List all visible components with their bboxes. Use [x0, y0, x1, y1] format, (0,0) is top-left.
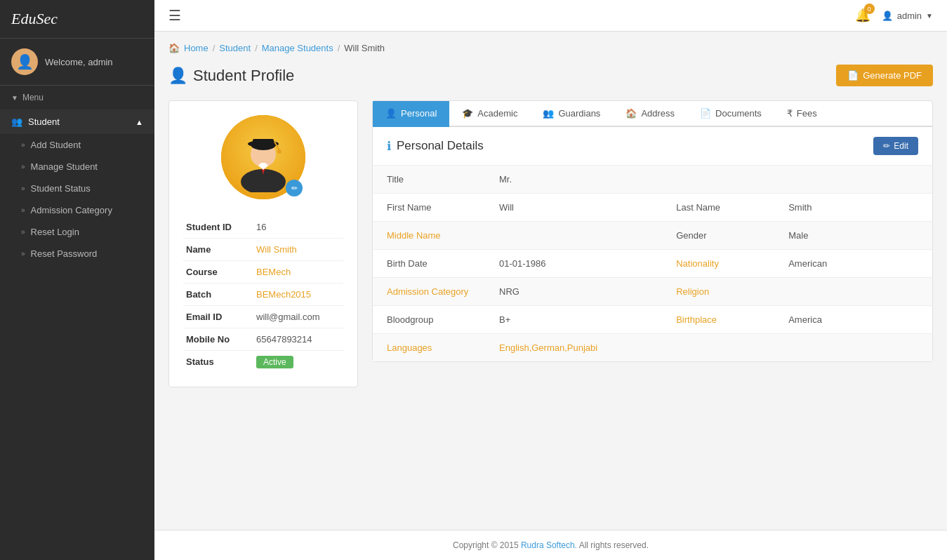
field-label2: Religion: [662, 278, 774, 306]
field-value: Mr.: [485, 166, 932, 194]
field-value: NRG: [485, 278, 662, 306]
generate-pdf-button[interactable]: 📄 Generate PDF: [836, 65, 933, 86]
field-label2: Birthplace: [662, 306, 774, 334]
student-section[interactable]: 👥 Student ▲: [0, 109, 154, 134]
tab-label-personal: Personal: [401, 108, 437, 119]
id-label: Student ID: [183, 216, 253, 239]
main-content: 🏠 Home / Student / Manage Students / Wil…: [154, 32, 947, 530]
sep1: /: [213, 43, 216, 53]
tab-documents[interactable]: 📄Documents: [687, 101, 774, 127]
course-label: Course: [183, 261, 253, 284]
edit-avatar-button[interactable]: ✏: [286, 180, 303, 196]
field-label: Bloodgroup: [373, 306, 485, 334]
breadcrumb-manage[interactable]: Manage Students: [262, 43, 333, 53]
tab-address[interactable]: 🏠Address: [613, 101, 687, 127]
table-row: Birth Date 01-01-1986 Nationality Americ…: [373, 250, 932, 278]
tab-label-academic: Academic: [477, 108, 517, 119]
field-label: Title: [373, 166, 485, 194]
welcome-text: Welcome, admin: [45, 57, 113, 67]
info-icon: ℹ: [387, 139, 391, 154]
notification-badge: 0: [864, 4, 875, 14]
edit-button[interactable]: ✏ Edit: [873, 137, 918, 155]
sidebar-item-admission-category[interactable]: »Admission Category: [0, 199, 154, 221]
field-label2: Nationality: [662, 250, 774, 278]
batch-label: Batch: [183, 284, 253, 306]
sidebar-item-label: Student Status: [31, 183, 91, 194]
tab-label-address: Address: [641, 108, 675, 119]
main-wrapper: ☰ 🔔 0 👤 admin ▼ 🏠 Home / Student / Manag…: [154, 0, 947, 560]
hamburger-icon[interactable]: ☰: [168, 7, 181, 24]
tab-personal[interactable]: 👤Personal: [373, 101, 449, 127]
graduation-svg: [232, 122, 295, 192]
edit-label: Edit: [894, 141, 908, 151]
users-icon: 👥: [11, 116, 22, 127]
field-label: Birth Date: [373, 250, 485, 278]
personal-details-table: Title Mr. First Name Will Last Name Smit…: [373, 166, 932, 361]
tab-guardians[interactable]: 👥Guardians: [530, 101, 613, 127]
page-title-text: Student Profile: [193, 67, 294, 85]
svg-rect-4: [253, 139, 274, 145]
student-left-card: ✏ Student ID 16 Name Will Smith Course B…: [168, 100, 358, 387]
field-value2: America: [774, 306, 932, 334]
tab-icon-guardians: 👥: [543, 108, 554, 119]
right-panel: 👤Personal🎓Academic👥Guardians🏠Address📄Doc…: [372, 100, 933, 362]
sidebar-item-label: Reset Login: [31, 227, 79, 237]
sidebar-item-reset-login[interactable]: »Reset Login: [0, 221, 154, 243]
profile-section: ✏ Student ID 16 Name Will Smith Course B…: [168, 100, 933, 387]
page-title: 👤 Student Profile: [168, 67, 294, 85]
sidebar-item-student-status[interactable]: »Student Status: [0, 178, 154, 199]
breadcrumb: 🏠 Home / Student / Manage Students / Wil…: [168, 43, 933, 53]
details-header: ℹ Personal Details ✏ Edit: [373, 127, 932, 166]
name-value: Will Smith: [253, 239, 343, 261]
mobile-label: Mobile No: [183, 328, 253, 351]
home-icon: 🏠: [168, 43, 180, 53]
topbar-left: ☰: [168, 7, 181, 24]
sidebar-item-add-student[interactable]: »Add Student: [0, 134, 154, 156]
tab-fees[interactable]: ₹Fees: [774, 101, 830, 127]
field-value: 01-01-1986: [485, 250, 662, 278]
tab-academic[interactable]: 🎓Academic: [449, 101, 530, 127]
field-label: Admission Category: [373, 278, 485, 306]
edit-icon: ✏: [883, 141, 890, 151]
sidebar-item-manage-student[interactable]: »Manage Student: [0, 156, 154, 178]
admin-icon: 👤: [882, 11, 893, 21]
details-title: ℹ Personal Details: [387, 139, 484, 154]
footer-brand[interactable]: Rudra Softech.: [521, 540, 577, 550]
student-avatar-container: ✏: [221, 115, 305, 199]
course-value: BEMech: [253, 261, 343, 284]
table-row: Mobile No 65647893214: [183, 328, 343, 351]
table-row: Status Active: [183, 351, 343, 373]
table-row: Admission Category NRG Religion: [373, 278, 932, 306]
svg-point-6: [277, 149, 282, 154]
table-row: Batch BEMech2015: [183, 284, 343, 306]
breadcrumb-home[interactable]: Home: [184, 43, 208, 53]
sep3: /: [338, 43, 340, 53]
sidebar-item-label: Add Student: [31, 140, 81, 150]
mobile-value: 65647893214: [253, 328, 343, 351]
table-row: Bloodgroup B+ Birthplace America: [373, 306, 932, 334]
page-title-row: 👤 Student Profile 📄 Generate PDF: [168, 65, 933, 86]
id-value: 16: [253, 216, 343, 239]
tab-label-guardians: Guardians: [558, 108, 600, 119]
tab-icon-documents: 📄: [700, 108, 711, 119]
notification-bell[interactable]: 🔔 0: [855, 8, 870, 23]
table-row: Student ID 16: [183, 216, 343, 239]
batch-value: BEMech2015: [253, 284, 343, 306]
field-value2: Smith: [774, 194, 932, 222]
field-value2: [774, 278, 932, 306]
chevron-icon: ▲: [135, 118, 143, 126]
field-value: Will: [485, 194, 662, 222]
table-row: Title Mr.: [373, 166, 932, 194]
tab-label-documents: Documents: [715, 108, 762, 119]
tab-icon-personal: 👤: [385, 108, 397, 119]
field-label: Middle Name: [373, 222, 485, 250]
table-row: Course BEMech: [183, 261, 343, 284]
table-row: First Name Will Last Name Smith: [373, 194, 932, 222]
status-label: Status: [183, 351, 253, 373]
sidebar-item-reset-password[interactable]: »Reset Password: [0, 243, 154, 265]
admin-menu[interactable]: 👤 admin ▼: [882, 11, 933, 21]
breadcrumb-student[interactable]: Student: [219, 43, 251, 53]
field-value2: Male: [774, 222, 932, 250]
table-row: Email ID will@gmail.com: [183, 306, 343, 328]
field-label: First Name: [373, 194, 485, 222]
